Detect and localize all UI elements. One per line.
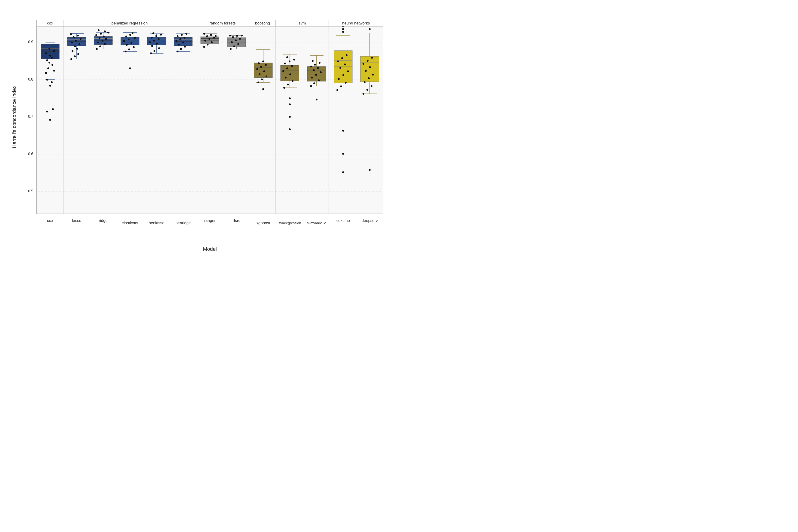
svg-point-204 <box>310 85 312 87</box>
svg-point-195 <box>286 56 288 58</box>
model-label-coxtime: coxtime <box>337 218 350 223</box>
y-tick-05: 0.5 <box>28 189 33 193</box>
svg-point-22 <box>49 119 51 121</box>
svg-point-255 <box>365 70 367 72</box>
svg-point-172 <box>262 60 264 62</box>
svg-point-77 <box>131 42 132 44</box>
facet-label-svm: svm <box>299 21 306 25</box>
svg-point-58 <box>99 37 100 39</box>
svg-point-210 <box>313 69 315 71</box>
svg-point-14 <box>52 64 53 66</box>
svg-point-118 <box>177 35 178 37</box>
svg-point-252 <box>364 81 365 83</box>
y-tick-08: 0.8 <box>28 77 33 81</box>
model-label-penridge: penridge <box>175 221 191 225</box>
svg-point-191 <box>291 65 293 67</box>
svg-point-257 <box>362 63 364 65</box>
x-axis-label: Model <box>203 246 217 252</box>
svg-point-57 <box>105 38 107 40</box>
svg-point-56 <box>101 40 103 41</box>
svg-point-12 <box>53 70 55 72</box>
svg-point-165 <box>266 76 267 77</box>
svg-point-259 <box>371 57 373 59</box>
svg-point-59 <box>103 36 104 37</box>
svg-point-32 <box>71 58 72 60</box>
svg-point-81 <box>126 36 127 37</box>
svg-point-54 <box>104 43 106 45</box>
chart-container: 0.5 0.6 0.7 0.8 0.9 Harrell's concordanc… <box>9 6 390 260</box>
svg-point-9 <box>51 81 53 83</box>
svg-point-94 <box>151 45 153 47</box>
svg-point-37 <box>74 45 76 48</box>
svg-point-237 <box>337 60 339 62</box>
svg-point-168 <box>256 68 258 70</box>
svg-point-183 <box>289 128 291 130</box>
svg-point-83 <box>132 32 133 34</box>
svg-point-254 <box>372 74 374 76</box>
svg-point-186 <box>292 80 293 82</box>
svg-point-184 <box>283 87 285 89</box>
svg-point-75 <box>133 46 135 48</box>
svg-point-82 <box>129 34 131 36</box>
svg-point-119 <box>181 34 183 36</box>
svg-point-189 <box>282 70 284 72</box>
svg-point-193 <box>289 60 290 62</box>
svg-rect-159 <box>254 70 272 78</box>
svg-point-226 <box>342 130 344 132</box>
y-axis-label: Harrell's concordance index <box>11 86 17 148</box>
svg-rect-29 <box>68 41 86 46</box>
svg-point-203 <box>316 99 318 100</box>
svg-point-163 <box>258 81 259 83</box>
y-tick-06: 0.6 <box>28 152 33 156</box>
model-label-lasso: lasso <box>72 218 81 223</box>
facet-label-boost: boosting <box>255 21 270 25</box>
svg-point-256 <box>369 66 371 68</box>
svg-point-148 <box>231 41 233 43</box>
svg-point-92 <box>154 50 155 52</box>
svg-point-18 <box>49 55 51 57</box>
svg-point-224 <box>342 28 344 30</box>
svg-point-151 <box>232 36 234 38</box>
svg-point-40 <box>75 40 77 41</box>
svg-point-62 <box>107 32 109 34</box>
svg-point-102 <box>152 32 154 34</box>
model-label-svmvanbelle: svmvanbelle <box>307 221 326 225</box>
svg-rect-125 <box>201 40 219 44</box>
svg-point-248 <box>369 28 370 30</box>
svg-point-180 <box>289 97 291 99</box>
svg-point-99 <box>151 37 153 39</box>
svg-point-43 <box>77 35 79 37</box>
svg-point-185 <box>287 83 289 86</box>
svg-point-79 <box>128 39 130 40</box>
svg-point-100 <box>155 35 157 37</box>
svg-point-258 <box>367 60 368 62</box>
y-tick-09: 0.9 <box>28 40 33 44</box>
svg-point-17 <box>51 57 53 59</box>
facet-label-rf: random forests <box>209 21 235 25</box>
svg-point-76 <box>126 44 128 46</box>
model-label-elasticnet: elasticnet <box>122 221 138 225</box>
svg-point-190 <box>286 68 288 69</box>
svg-point-98 <box>158 38 159 40</box>
svg-point-247 <box>369 169 370 171</box>
svg-rect-142 <box>227 42 246 47</box>
svg-point-131 <box>204 40 206 41</box>
svg-point-215 <box>312 60 314 62</box>
svg-point-63 <box>104 31 106 32</box>
svg-point-91 <box>150 52 152 54</box>
svg-point-230 <box>340 86 342 87</box>
svg-point-64 <box>98 29 99 31</box>
svg-point-112 <box>184 46 186 48</box>
svg-point-96 <box>149 41 151 43</box>
svg-point-36 <box>76 48 78 50</box>
svg-point-231 <box>345 82 347 83</box>
svg-point-134 <box>206 35 208 37</box>
svg-point-24 <box>52 108 54 110</box>
svg-point-41 <box>80 38 81 40</box>
svg-point-212 <box>310 65 312 68</box>
svg-point-117 <box>184 37 185 39</box>
svg-point-8 <box>46 79 48 81</box>
svg-point-187 <box>285 77 287 78</box>
svg-point-113 <box>178 44 179 45</box>
model-label-xgboost: xgboost <box>256 221 270 225</box>
